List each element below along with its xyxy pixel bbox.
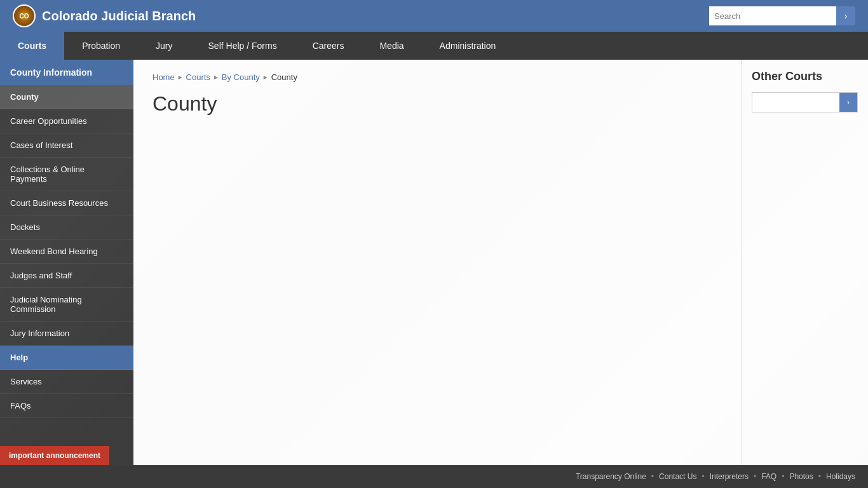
sidebar-item-faqs[interactable]: FAQs	[0, 394, 133, 418]
footer-sep-3: •	[754, 472, 756, 481]
footer: Transparency Online • Contact Us • Inter…	[0, 465, 868, 488]
breadcrumb-by-county[interactable]: By County	[222, 72, 260, 82]
breadcrumb-sep-2: ►	[213, 74, 219, 81]
footer-link-photos[interactable]: Photos	[789, 472, 813, 481]
breadcrumb: Home ► Courts ► By County ► County	[153, 72, 722, 82]
search-button[interactable]: ›	[836, 6, 855, 25]
sidebar-item-dockets[interactable]: Dockets	[0, 215, 133, 240]
footer-link-transparency[interactable]: Transparency Online	[576, 472, 646, 481]
other-courts-select[interactable]	[752, 94, 839, 111]
content-wrapper: County Information County Career Opportu…	[0, 60, 868, 465]
breadcrumb-current: County	[271, 72, 297, 82]
sidebar-item-help[interactable]: Help	[0, 346, 133, 370]
nav-careers[interactable]: Careers	[295, 32, 362, 60]
footer-link-faq[interactable]: FAQ	[761, 472, 776, 481]
sidebar: County Information County Career Opportu…	[0, 60, 133, 465]
nav-probation[interactable]: Probation	[64, 32, 138, 60]
right-panel: Other Courts ›	[741, 60, 868, 465]
site-title: Colorado Judicial Branch	[42, 9, 196, 24]
nav-jury[interactable]: Jury	[138, 32, 190, 60]
courts-select-wrapper: ›	[752, 92, 858, 112]
nav-administration[interactable]: Administration	[422, 32, 514, 60]
footer-sep-5: •	[818, 472, 821, 481]
page-title: County	[153, 92, 722, 116]
sidebar-item-services[interactable]: Services	[0, 370, 133, 394]
footer-sep-4: •	[782, 472, 784, 481]
logo-area: CO Colorado Judicial Branch	[13, 4, 196, 27]
sidebar-item-county[interactable]: County	[0, 85, 133, 109]
breadcrumb-sep-1: ►	[177, 74, 184, 81]
sidebar-item-judges-and-staff[interactable]: Judges and Staff	[0, 264, 133, 288]
sidebar-header: County Information	[0, 60, 133, 85]
footer-link-contact[interactable]: Contact Us	[659, 472, 696, 481]
breadcrumb-home[interactable]: Home	[153, 72, 175, 82]
logo-icon: CO	[13, 4, 36, 27]
sidebar-item-career-opportunities[interactable]: Career Opportunities	[0, 109, 133, 133]
nav-courts[interactable]: Courts	[0, 32, 64, 60]
sidebar-item-weekend-bond-hearing[interactable]: Weekend Bond Hearing	[0, 240, 133, 264]
search-input[interactable]	[709, 6, 836, 25]
nav-media[interactable]: Media	[362, 32, 421, 60]
courts-select-arrow[interactable]: ›	[839, 93, 857, 112]
sidebar-item-cases-of-interest[interactable]: Cases of Interest	[0, 133, 133, 158]
main-content-area: Home ► Courts ► By County ► County Count…	[133, 60, 741, 465]
footer-link-holidays[interactable]: Holidays	[826, 472, 855, 481]
other-courts-title: Other Courts	[752, 70, 858, 83]
sidebar-item-collections-online-payments[interactable]: Collections & Online Payments	[0, 158, 133, 191]
top-header: CO Colorado Judicial Branch ›	[0, 0, 868, 32]
breadcrumb-sep-3: ►	[262, 74, 269, 81]
sidebar-item-court-business-resources[interactable]: Court Business Resources	[0, 191, 133, 215]
search-area: ›	[709, 6, 855, 25]
sidebar-item-jury-information[interactable]: Jury Information	[0, 322, 133, 346]
footer-link-interpreters[interactable]: Interpreters	[710, 472, 749, 481]
sidebar-item-judicial-nominating-commission[interactable]: Judicial Nominating Commission	[0, 288, 133, 322]
nav-selfhelp[interactable]: Self Help / Forms	[191, 32, 295, 60]
announcement-bar[interactable]: important announcement	[0, 446, 109, 465]
footer-sep-1: •	[651, 472, 654, 481]
inner-content: Home ► Courts ► By County ► County Count…	[133, 60, 868, 465]
main-nav: Courts Probation Jury Self Help / Forms …	[0, 32, 868, 60]
breadcrumb-courts[interactable]: Courts	[186, 72, 210, 82]
footer-sep-2: •	[702, 472, 704, 481]
